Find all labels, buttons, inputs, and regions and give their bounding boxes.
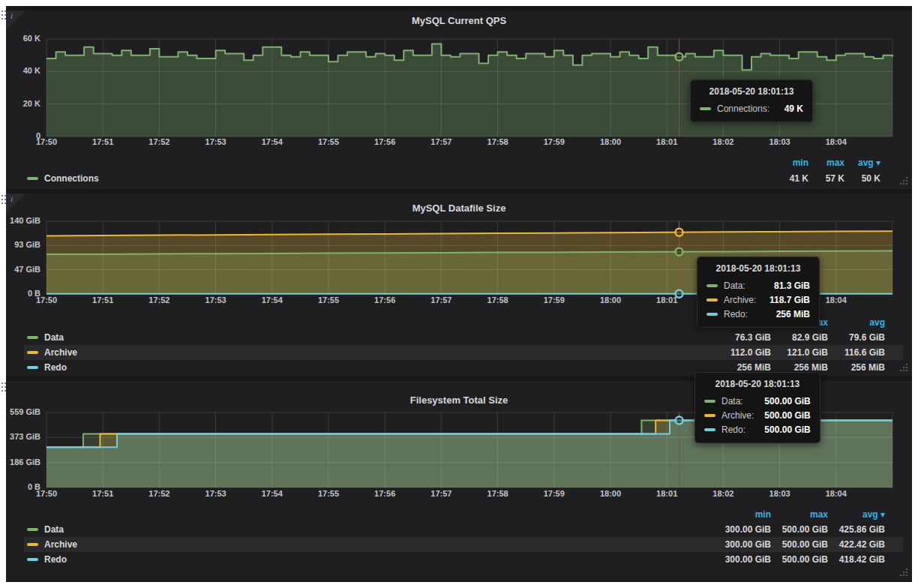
legend-series-row: Data300.00 GiB500.00 GiB425.86 GiB (24, 522, 903, 537)
legend-max-value: 500.00 GiB (771, 539, 828, 550)
x-axis-tick-label: 17:51 (80, 296, 125, 304)
legend-series-archive[interactable]: Archive (44, 539, 77, 550)
x-axis-tick-label: 18:00 (588, 296, 633, 304)
tooltip-series-value: 118.7 GiB (759, 295, 810, 305)
crosshair-marker (676, 53, 683, 61)
info-icon-glyph: i (10, 11, 13, 20)
y-axis-tick-label: 140 GiB (6, 216, 40, 225)
legend: minmaxavg ▾Data300.00 GiB500.00 GiB425.8… (24, 507, 903, 567)
legend-avg-value: 418.42 GiB (828, 554, 885, 565)
x-axis-tick-label: 17:58 (476, 296, 520, 304)
x-axis-tick-label: 17:52 (136, 137, 182, 146)
legend-series-row: Data76.3 GiB82.9 GiB79.6 GiB (24, 330, 903, 345)
tooltip-series-swatch (704, 400, 716, 403)
y-axis-tick-label: 373 GiB (6, 432, 40, 441)
x-axis-tick-label: 17:53 (194, 137, 238, 146)
crosshair-marker (676, 229, 683, 236)
x-axis-tick-label: 18:00 (588, 489, 633, 498)
legend-max-value: 500.00 GiB (771, 524, 828, 535)
crosshair-marker (676, 417, 683, 424)
tooltip-series-value: 49 K (774, 104, 803, 114)
tooltip-series-swatch (704, 414, 716, 417)
legend-max-value: 500.00 GiB (771, 554, 828, 565)
legend-series-swatch (27, 528, 38, 531)
x-axis-tick-label: 18:03 (758, 137, 802, 146)
tooltip-timestamp: 2018-05-20 18:01:13 (706, 263, 810, 274)
info-icon[interactable]: i (6, 10, 26, 30)
x-axis-tick-label: 17:52 (136, 296, 182, 304)
legend-series-row: Redo300.00 GiB500.00 GiB418.42 GiB (24, 552, 903, 567)
legend-avg-value: 116.6 GiB (828, 347, 885, 358)
legend-min-value: 112.0 GiB (714, 347, 771, 358)
legend-series-row: Archive300.00 GiB500.00 GiB422.42 GiB (24, 537, 903, 552)
panel-resize-handle[interactable] (906, 574, 908, 576)
legend-series-row: Archive112.0 GiB121.0 GiB116.6 GiB (24, 345, 903, 360)
x-axis-tick-label: 17:54 (250, 489, 295, 498)
x-axis-tick-label: 17:51 (80, 137, 125, 146)
legend-header-max[interactable]: max (808, 158, 844, 168)
y-axis-tick-label: 20 K (6, 99, 40, 108)
panel-resize-handle[interactable] (906, 370, 908, 371)
x-axis-tick-label: 17:54 (250, 137, 295, 146)
panel-title: MySQL Datafile Size (6, 202, 912, 214)
legend-min-value: 300.00 GiB (714, 524, 771, 535)
legend-avg-value: 79.6 GiB (828, 332, 885, 343)
x-axis-tick-label: 18:02 (700, 489, 746, 498)
legend-series-redo[interactable]: Redo (44, 554, 67, 565)
x-axis-tick-label: 17:55 (306, 137, 351, 146)
legend-header-max[interactable]: max (771, 509, 828, 520)
legend-series-connections[interactable]: Connections (44, 173, 99, 184)
info-icon[interactable]: i (6, 194, 26, 213)
tooltip-row: Data:81.3 GiB (706, 278, 810, 292)
tooltip-series-label: Connections: (717, 104, 770, 114)
legend-series-swatch (27, 366, 38, 369)
y-axis-tick-label: 93 GiB (6, 240, 40, 249)
legend-min-value: 41 K (772, 173, 808, 184)
legend-header-avg[interactable]: avg (828, 317, 885, 328)
row-drag-handle[interactable] (2, 382, 3, 384)
legend-header-min[interactable]: min (772, 158, 808, 168)
x-axis-tick-label: 17:57 (418, 137, 464, 146)
x-axis-tick-label: 17:50 (24, 296, 69, 304)
legend-series-data[interactable]: Data (44, 524, 64, 535)
legend-header-avg[interactable]: avg ▾ (844, 158, 880, 168)
tooltip-row: Redo:500.00 GiB (704, 422, 811, 436)
x-axis-tick-label: 18:04 (814, 296, 859, 304)
tooltip-row: Archive:500.00 GiB (704, 408, 811, 422)
legend-series-archive[interactable]: Archive (44, 347, 77, 358)
legend-series-swatch (27, 351, 38, 354)
x-axis-tick-label: 17:59 (532, 137, 577, 146)
tooltip-series-value: 81.3 GiB (764, 280, 810, 291)
x-axis-tick-label: 17:54 (250, 296, 295, 304)
legend-max-value: 256 MiB (771, 362, 828, 373)
y-axis-tick-label: 60 K (6, 34, 40, 43)
y-axis-tick-label: 559 GiB (6, 407, 40, 416)
panel-resize-handle[interactable] (906, 183, 908, 184)
legend-avg-value: 422.42 GiB (828, 539, 885, 550)
x-axis-tick-label: 17:58 (476, 137, 520, 146)
x-axis-tick-label: 17:53 (194, 489, 238, 498)
x-axis-tick-label: 17:56 (362, 489, 407, 498)
legend-series-redo[interactable]: Redo (44, 362, 67, 373)
x-axis-tick-label: 18:01 (644, 137, 689, 146)
legend-min-value: 300.00 GiB (714, 539, 771, 550)
row-drag-handle[interactable] (2, 10, 3, 12)
y-axis-tick-label: 186 GiB (6, 458, 40, 466)
legend-max-value: 57 K (808, 173, 844, 184)
tooltip-series-label: Archive: (724, 295, 756, 305)
tooltip-series-value: 500.00 GiB (754, 424, 810, 435)
x-axis-tick-label: 17:58 (476, 489, 520, 498)
x-axis-tick-label: 18:01 (644, 296, 689, 304)
tooltip-timestamp: 2018-05-20 18:01:13 (700, 86, 803, 97)
x-axis-tick-label: 18:01 (644, 489, 689, 498)
row-drag-handle[interactable] (2, 195, 3, 196)
legend-min-value: 256 MiB (714, 362, 771, 373)
legend-header-min[interactable]: min (714, 509, 771, 520)
tooltip-row: Data:500.00 GiB (704, 394, 811, 408)
legend-header-avg[interactable]: avg ▾ (828, 509, 885, 520)
tooltip-series-swatch (700, 107, 711, 110)
graph-tooltip: 2018-05-20 18:01:13 Connections:49 K (690, 80, 813, 122)
legend-series-data[interactable]: Data (44, 332, 64, 343)
x-axis-tick-label: 18:02 (700, 137, 746, 146)
tooltip-row: Redo:256 MiB (706, 307, 810, 321)
